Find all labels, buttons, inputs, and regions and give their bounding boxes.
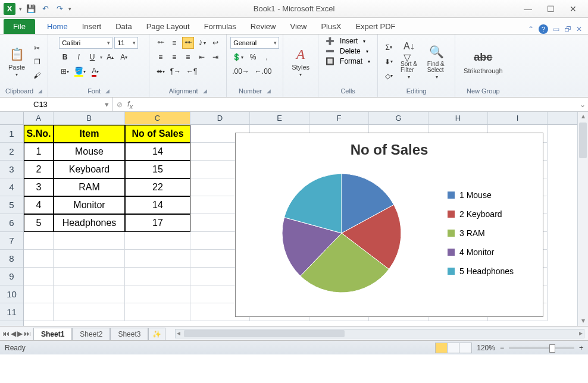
zoom-out-icon[interactable]: − [500,344,504,352]
ltr-icon[interactable]: ¶→ [168,65,183,77]
cell-A7[interactable] [24,232,54,250]
row-header-2[interactable]: 2 [0,143,23,161]
undo-icon[interactable]: ↶ [40,4,51,14]
tab-page-layout[interactable]: Page Layout [139,19,197,34]
shrink-font-icon[interactable]: A▾ [118,51,130,63]
qat-dropdown-icon[interactable]: ▾ [19,6,22,12]
decrease-indent-icon[interactable]: ⇤ [196,51,208,63]
cell-B10[interactable] [54,285,125,303]
legend-item[interactable]: 3 RAM [448,228,543,238]
fx-icon[interactable]: fx [127,99,133,110]
align-right-icon[interactable]: ≡ [182,51,194,63]
cell-C11[interactable] [125,303,190,321]
strikethrough-button[interactable]: abc Strikethrough [460,48,506,76]
cell-B5[interactable]: Monitor [54,196,125,214]
cell-A2[interactable]: 1 [24,143,54,161]
cell-C8[interactable] [125,250,190,268]
cell-C4[interactable]: 22 [125,178,190,196]
cell-B4[interactable]: RAM [54,178,125,196]
tab-nav-first-icon[interactable]: ⏮ [2,329,10,338]
row-header-10[interactable]: 10 [0,285,23,303]
align-middle-icon[interactable]: ≡ [168,37,180,49]
tab-home[interactable]: Home [40,19,75,34]
normal-view-icon[interactable] [436,343,448,353]
align-center-icon[interactable]: ≡ [168,51,180,63]
row-header-6[interactable]: 6 [0,214,23,232]
cell-B11[interactable] [54,303,125,321]
cell-C10[interactable] [125,285,190,303]
tab-plusx[interactable]: PlusX [314,19,348,34]
decrease-decimal-icon[interactable]: ←.00 [253,65,274,77]
borders-icon[interactable]: ⊞▾ [59,65,71,77]
legend-item[interactable]: 4 Monitor [448,247,543,257]
cell-B8[interactable] [54,250,125,268]
rtl-icon[interactable]: ←¶ [184,65,199,77]
number-launcher-icon[interactable]: ◢ [267,88,271,94]
mdi-restore-icon[interactable]: 🗗 [564,25,571,33]
tab-expert-pdf[interactable]: Expert PDF [348,19,402,34]
help-icon[interactable]: ? [539,24,548,34]
alignment-launcher-icon[interactable]: ◢ [203,88,207,94]
sort-filter-button[interactable]: A↓▽ Sort & Filter ▾ [397,42,421,81]
cells-format-button[interactable]: 🔲 Format ▾ [326,57,371,65]
cell-B2[interactable]: Mouse [54,143,125,161]
paste-button[interactable]: 📋 Paste ▾ [5,45,29,79]
cell-A5[interactable]: 4 [24,196,54,214]
legend-item[interactable]: 5 Headphones [448,266,543,276]
col-header-I[interactable]: I [488,112,548,124]
clipboard-launcher-icon[interactable]: ◢ [38,88,42,94]
format-painter-icon[interactable]: 🖌 [31,70,43,81]
bold-button[interactable]: B [59,51,71,63]
cell-C7[interactable] [125,232,190,250]
grow-font-icon[interactable]: A▴ [104,51,116,63]
cell-A11[interactable] [24,303,54,321]
select-all-corner[interactable] [0,112,23,125]
excel-app-icon[interactable]: X [4,3,15,15]
mdi-close-icon[interactable]: ✕ [576,25,582,33]
chart-title[interactable]: No of Sales [236,133,543,162]
zoom-level[interactable]: 120% [477,344,495,352]
vscroll-thumb[interactable] [579,123,587,158]
zoom-in-icon[interactable]: + [579,344,583,352]
row-header-7[interactable]: 7 [0,232,23,250]
font-launcher-icon[interactable]: ◢ [105,88,110,94]
cut-icon[interactable]: ✂ [31,42,43,54]
cell-A4[interactable]: 3 [24,178,54,196]
cell-C6[interactable]: 17 [125,214,190,232]
font-size-combo[interactable]: 11 [114,37,138,49]
orientation-icon[interactable]: ⤸▾ [196,37,208,49]
cell-C5[interactable]: 14 [125,196,190,214]
row-header-9[interactable]: 9 [0,268,23,285]
sheet-tab-2[interactable]: Sheet2 [72,328,110,340]
hscroll-thumb[interactable] [184,330,345,337]
font-name-combo[interactable]: Calibri [59,37,112,49]
tab-review[interactable]: Review [243,19,283,34]
cell-C1[interactable]: No of Sales [125,125,190,143]
number-format-combo[interactable]: General [230,37,279,49]
italic-button[interactable]: I [73,51,85,63]
tab-nav-last-icon[interactable]: ⏭ [24,329,31,338]
new-sheet-icon[interactable]: ✨ [148,328,165,340]
legend-item[interactable]: 2 Keyboard [448,209,543,219]
comma-icon[interactable]: , [261,51,273,63]
sheet-tab-3[interactable]: Sheet3 [110,328,148,340]
col-header-H[interactable]: H [429,112,488,124]
font-color-icon[interactable]: A▾ [89,65,101,77]
horizontal-scrollbar[interactable]: ◂ ▸ [175,329,584,338]
zoom-slider[interactable] [509,347,574,349]
expand-formula-bar-icon[interactable]: ⌄ [577,98,588,111]
row-header-5[interactable]: 5 [0,196,23,214]
redo-icon[interactable]: ↷ [54,4,65,14]
fill-icon[interactable]: ⬇▾ [383,56,395,68]
col-header-E[interactable]: E [250,112,309,124]
cell-A9[interactable] [24,268,54,285]
increase-indent-icon[interactable]: ⇥ [209,51,221,63]
cell-A6[interactable]: 5 [24,214,54,232]
chart-object[interactable]: No of Sales 1 Mouse2 Keyboard3 RAM4 Moni… [235,133,543,317]
copy-icon[interactable]: ❐ [31,56,43,68]
styles-button[interactable]: A Styles ▾ [288,45,313,79]
row-header-1[interactable]: 1 [0,125,23,143]
cell-A3[interactable]: 2 [24,161,54,178]
accounting-icon[interactable]: 💲▾ [230,51,245,63]
align-top-icon[interactable]: ⬴ [155,37,167,49]
